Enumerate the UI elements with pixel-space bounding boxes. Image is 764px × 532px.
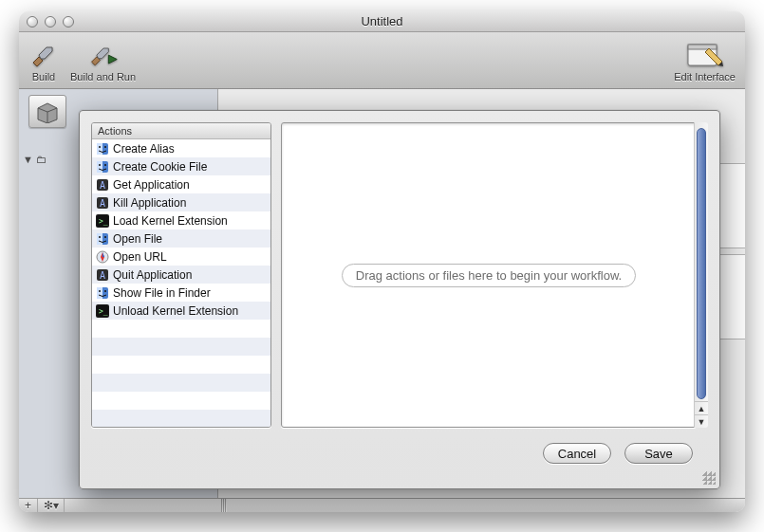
disclosure-row[interactable]: ▼ 🗀: [23, 154, 47, 165]
svg-rect-26: [97, 233, 102, 245]
save-button[interactable]: Save: [624, 443, 693, 464]
app-icon: A: [96, 196, 109, 210]
hammer-icon: [28, 41, 59, 71]
app-icon: A: [96, 268, 109, 282]
svg-point-36: [99, 290, 101, 292]
toolbar: Build Build and Run Ed: [19, 32, 745, 89]
disclosure-triangle-icon: ▼: [23, 154, 33, 165]
action-item[interactable]: >_Load Kernel Extension: [92, 211, 270, 229]
finder-icon: [96, 142, 109, 156]
svg-point-37: [104, 290, 106, 292]
finder-icon: [96, 232, 109, 246]
dialog-buttons: Cancel Save: [543, 443, 693, 464]
zoom-window-button[interactable]: [63, 16, 74, 28]
action-item[interactable]: Open File: [92, 229, 270, 248]
action-item-label: Create Cookie File: [113, 160, 207, 174]
action-item-label: Unload Kernel Extension: [113, 304, 238, 318]
finder-icon: [96, 286, 109, 300]
svg-rect-12: [97, 143, 102, 155]
svg-text:>_: >_: [99, 307, 108, 316]
edit-interface-button[interactable]: Edit Interface: [674, 41, 736, 83]
action-item-label: Get Application: [113, 178, 190, 192]
svg-rect-16: [97, 161, 102, 173]
svg-text:A: A: [100, 198, 105, 209]
svg-text:A: A: [100, 270, 105, 281]
folder-mini-icon: 🗀: [36, 154, 47, 165]
action-item-label: Kill Application: [113, 196, 186, 210]
main-window: Untitled Build Build and Run: [19, 11, 745, 512]
plus-icon: +: [25, 499, 31, 512]
action-item-empty: [92, 374, 270, 392]
window-controls: [27, 16, 74, 28]
svg-text:>_: >_: [99, 217, 108, 226]
action-item-label: Create Alias: [113, 142, 175, 156]
action-item-label: Load Kernel Extension: [113, 214, 228, 228]
window-title: Untitled: [19, 14, 745, 28]
action-item[interactable]: Create Cookie File: [92, 157, 270, 175]
build-button[interactable]: Build: [28, 41, 59, 83]
svg-point-13: [99, 146, 101, 148]
action-menu-button[interactable]: ✻▾: [38, 499, 65, 512]
action-item[interactable]: Show File in Finder: [92, 284, 270, 302]
scrollbar[interactable]: ▲ ▼: [694, 122, 708, 428]
actions-panel-title: Actions: [92, 123, 270, 139]
action-item-empty: [92, 392, 270, 410]
minimize-window-button[interactable]: [45, 16, 56, 28]
resize-grip-icon[interactable]: [702, 471, 716, 485]
app-icon: A: [96, 178, 109, 192]
build-and-run-button[interactable]: Build and Run: [70, 41, 136, 83]
workflow-drop-area[interactable]: Drag actions or files here to begin your…: [281, 122, 697, 428]
actions-panel: Actions Create AliasCreate Cookie FileAG…: [91, 122, 271, 428]
action-sheet-dialog: Actions Create AliasCreate Cookie FileAG…: [79, 110, 720, 489]
window-pencil-icon: [686, 41, 724, 71]
cancel-button[interactable]: Cancel: [543, 443, 611, 464]
edit-interface-label: Edit Interface: [674, 71, 736, 83]
add-button[interactable]: +: [19, 499, 38, 512]
svg-marker-1: [39, 47, 52, 59]
build-label: Build: [32, 71, 55, 83]
hammer-play-icon: [88, 41, 119, 71]
svg-marker-3: [96, 48, 107, 59]
action-item[interactable]: >_Unload Kernel Extension: [92, 302, 270, 320]
term-icon: >_: [96, 214, 109, 228]
svg-point-27: [99, 236, 101, 238]
svg-point-18: [104, 164, 106, 166]
term-icon: >_: [96, 304, 109, 318]
action-item-label: Show File in Finder: [113, 286, 211, 300]
svg-point-17: [99, 164, 101, 166]
action-item[interactable]: Create Alias: [92, 139, 270, 157]
scroll-up-button[interactable]: ▲: [695, 401, 708, 414]
action-item[interactable]: Open URL: [92, 248, 270, 266]
package-icon[interactable]: [28, 95, 66, 128]
build-run-label: Build and Run: [70, 71, 136, 83]
actions-list[interactable]: Create AliasCreate Cookie FileAGet Appli…: [92, 139, 270, 428]
action-item[interactable]: AGet Application: [92, 175, 270, 193]
action-item-empty: [92, 320, 270, 338]
svg-point-28: [104, 236, 106, 238]
titlebar: Untitled: [19, 11, 745, 32]
action-item-empty: [92, 338, 270, 356]
safari-icon: [96, 250, 109, 264]
action-item-label: Quit Application: [113, 268, 192, 282]
svg-point-14: [104, 146, 106, 148]
svg-rect-6: [688, 45, 717, 49]
action-item-label: Open URL: [113, 250, 167, 264]
action-item[interactable]: AQuit Application: [92, 266, 270, 284]
svg-marker-4: [108, 55, 117, 64]
action-item-empty: [92, 356, 270, 374]
svg-text:A: A: [100, 180, 105, 191]
close-window-button[interactable]: [27, 16, 38, 28]
svg-rect-35: [97, 287, 102, 299]
gear-icon: ✻▾: [44, 499, 59, 512]
action-item-empty: [92, 410, 270, 428]
split-handle[interactable]: [221, 499, 227, 513]
drop-hint: Drag actions or files here to begin your…: [342, 264, 636, 287]
finder-icon: [96, 160, 109, 174]
bottom-toolbar: + ✻▾: [19, 498, 745, 512]
scrollbar-thumb[interactable]: [697, 128, 706, 399]
scroll-down-button[interactable]: ▼: [695, 414, 708, 428]
action-item-label: Open File: [113, 232, 162, 246]
action-item[interactable]: AKill Application: [92, 193, 270, 211]
